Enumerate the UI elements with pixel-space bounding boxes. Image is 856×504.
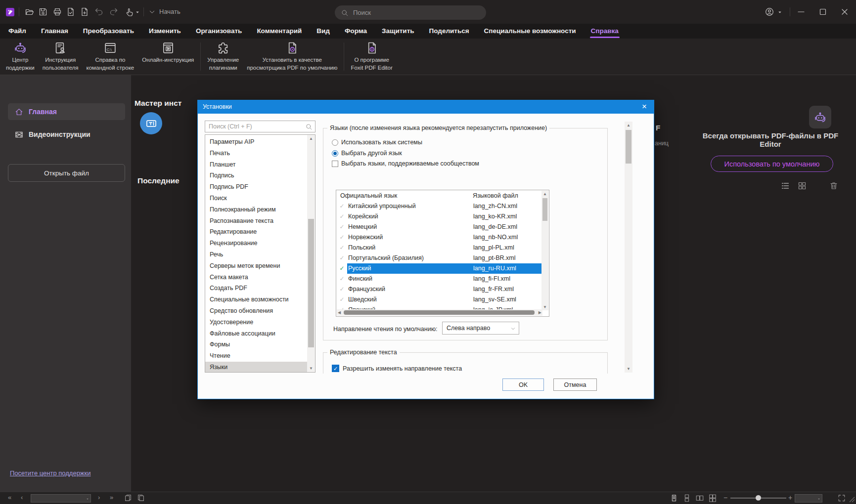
maximize-icon[interactable] [818,7,828,17]
reading-direction-dropdown[interactable]: Слева направо [442,322,519,335]
preference-category-Создать PDF[interactable]: Создать PDF [205,283,307,294]
radio-choose-language-label[interactable]: Выбрать другой язык [341,150,402,157]
minimize-icon[interactable] [796,7,806,17]
menu-tab-Защитить[interactable]: Защитить [374,24,421,39]
language-row-Польский[interactable]: ✓Польскийlang_pl-PL.xml [337,243,542,253]
preference-category-Планшет[interactable]: Планшет [205,159,307,170]
preference-category-Файловые ассоциации[interactable]: Файловые ассоциации [205,328,307,339]
preference-category-Подпись[interactable]: Подпись [205,170,307,181]
language-row-Финский[interactable]: ✓Финскийlang_fi-FI.xml [337,274,542,284]
export-page-icon[interactable] [66,7,76,17]
preference-category-Сетка макета[interactable]: Сетка макета [205,272,307,283]
sidebar-item-Видеоинструкции[interactable]: Видеоинструкции [8,126,125,143]
panel-scrollbar[interactable]: ▲ ▼ [625,122,632,373]
preference-category-Чтение[interactable]: Чтение [205,350,307,362]
menu-tab-Поделиться[interactable]: Поделиться [422,24,477,39]
continuous-view-icon[interactable] [682,494,691,503]
trash-icon[interactable] [829,181,839,191]
close-icon[interactable] [840,7,850,17]
next-page-icon[interactable]: › [98,494,100,501]
cancel-button[interactable]: Отмена [553,378,597,391]
scroll-up-icon[interactable]: ▲ [541,192,548,196]
start-chevron-icon[interactable] [148,8,156,16]
ai-assistant-tile[interactable] [809,106,831,128]
checkbox-text-direction[interactable]: ✓ [332,365,339,372]
hand-tool-caret-icon[interactable] [135,9,140,15]
table-horizontal-scrollbar[interactable]: ◀ ▶ [337,309,542,316]
radio-system-language-label[interactable]: Использовать язык системы [341,139,422,146]
preference-category-Серверы меток времени[interactable]: Серверы меток времени [205,260,307,272]
resize-grip[interactable] [849,496,855,503]
radio-system-language[interactable] [332,139,338,146]
ribbon-button[interactable]: Инструкция пользователя [39,39,83,75]
scroll-thumb[interactable] [344,310,535,315]
ribbon-button[interactable]: Онлайн-инструкция [138,39,198,75]
preference-category-Удостоверение[interactable]: Удостоверение [205,317,307,328]
category-scrollbar[interactable]: ▲ ▼ [307,135,315,372]
menu-tab-Форма[interactable]: Форма [337,24,374,39]
scroll-thumb[interactable] [626,130,631,164]
open-file-icon[interactable] [25,7,35,17]
account-caret-icon[interactable] [777,9,783,15]
list-view-icon[interactable] [780,181,790,191]
ribbon-button[interactable]: Управление плагинами [203,39,243,75]
checkbox-community-languages-label[interactable]: Выбрать языки, поддерживаемые сообщество… [341,160,479,167]
table-vertical-scrollbar[interactable]: ▲ ▼ [541,191,548,310]
facing-continuous-view-icon[interactable] [708,494,717,503]
dialog-titlebar[interactable]: Установки × [198,100,654,114]
dialog-search-input[interactable] [205,121,299,132]
preference-category-Специальные возможности[interactable]: Специальные возможности [205,294,307,305]
radio-choose-language[interactable] [332,150,338,157]
menu-tab-Справка[interactable]: Справка [584,24,626,39]
ribbon-button[interactable]: Центр поддержки [2,39,39,75]
single-page-view-icon[interactable] [670,494,678,503]
scroll-left-icon[interactable]: ◀ [338,310,341,315]
preference-category-Речь[interactable]: Речь [205,249,307,260]
search-input[interactable] [353,9,472,16]
page-forward-icon[interactable] [136,494,145,503]
scroll-right-icon[interactable]: ▶ [539,310,541,315]
menu-tab-Главная[interactable]: Главная [34,24,76,39]
start-label[interactable]: Начать [159,8,180,15]
redo-icon[interactable] [109,7,119,17]
language-row-Французский[interactable]: ✓Французскийlang_fr-FR.xml [337,284,542,294]
language-row-Норвежский[interactable]: ✓Норвежскийlang_nb-NO.xml [337,232,542,243]
preference-category-Формы[interactable]: Формы [205,339,307,350]
ribbon-button[interactable]: C:\Справка по командной строке [83,39,138,75]
language-row-Шведский[interactable]: ✓Шведскийlang_sv-SE.xml [337,294,542,305]
ribbon-button[interactable]: О программе Foxit PDF Editor [347,39,396,75]
save-icon[interactable] [38,7,48,17]
page-number-box[interactable] [31,494,91,503]
scroll-thumb[interactable] [542,198,547,221]
ok-button[interactable]: OK [502,378,544,391]
scroll-down-icon[interactable]: ▼ [541,305,548,309]
scroll-down-icon[interactable]: ▼ [625,367,632,371]
last-page-icon[interactable]: » [110,494,113,501]
undo-icon[interactable] [94,7,104,17]
dialog-close-icon[interactable]: × [639,101,650,112]
checkbox-community-languages[interactable] [332,161,338,167]
preference-category-Средство обновления[interactable]: Средство обновления [205,305,307,317]
preference-category-Подпись PDF[interactable]: Подпись PDF [205,181,307,193]
preference-category-Полноэкранный режим[interactable]: Полноэкранный режим [205,204,307,215]
language-row-Немецкий[interactable]: ✓Немецкийlang_de-DE.xml [337,222,542,232]
menu-tab-Организовать[interactable]: Организовать [188,24,250,39]
preference-category-Распознавание текста[interactable]: Распознавание текста [205,215,307,227]
facing-view-icon[interactable] [695,494,704,503]
zoom-in-button[interactable]: + [788,494,792,502]
first-page-icon[interactable]: « [8,494,11,501]
scroll-up-icon[interactable]: ▲ [625,123,632,127]
open-file-button[interactable]: Открыть файл [8,164,125,182]
dialog-search[interactable] [205,121,315,132]
text-wizard-icon[interactable] [140,112,162,134]
preference-category-Параметры AIP[interactable]: Параметры AIP [205,136,307,148]
menu-tab-Вид[interactable]: Вид [309,24,337,39]
use-default-button[interactable]: Использовать по умолчанию [711,156,833,172]
preference-category-Поиск[interactable]: Поиск [205,193,307,204]
scroll-thumb[interactable] [308,219,314,347]
zoom-level-box[interactable] [795,494,822,503]
ribbon-button[interactable]: Установить в качестве просмотрщика PDF п… [243,39,341,75]
preference-category-Языки[interactable]: Языки [205,362,307,373]
prev-page-icon[interactable]: ‹ [21,494,23,501]
global-search[interactable] [335,5,486,20]
